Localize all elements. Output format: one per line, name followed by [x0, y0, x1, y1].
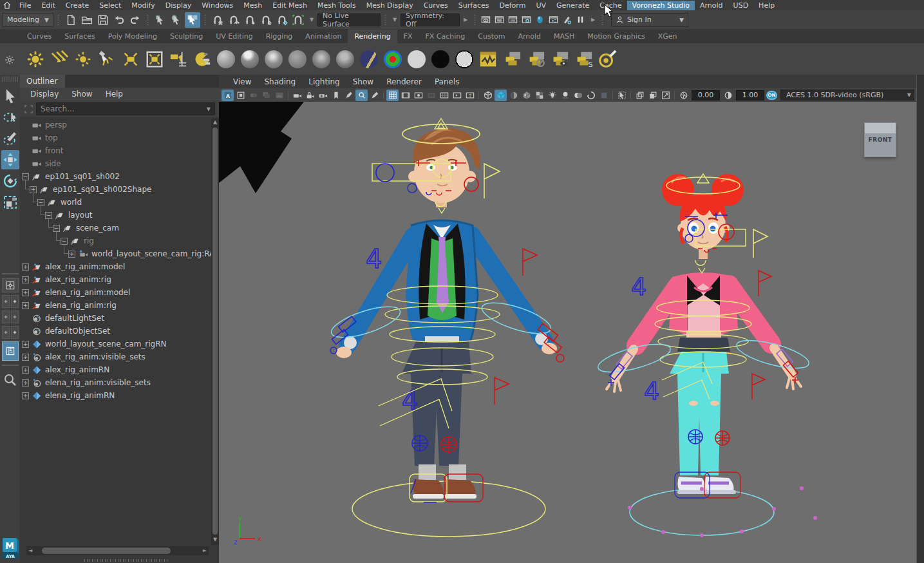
layer-over-icon[interactable]	[646, 90, 659, 101]
menu-modify[interactable]: Modify	[126, 1, 160, 10]
chevron-right-icon[interactable]: ▶	[461, 14, 470, 26]
scroll-right-icon[interactable]: ►	[201, 547, 209, 555]
snap-point-icon[interactable]	[242, 12, 258, 28]
field-chart-icon[interactable]	[438, 90, 450, 101]
grease-pencil-icon[interactable]	[343, 90, 355, 101]
snap-curve-icon[interactable]	[226, 12, 241, 28]
menu-deform[interactable]: Deform	[494, 1, 531, 10]
light-linking-icon[interactable]	[167, 48, 189, 70]
viewport-menu-view[interactable]: View	[227, 76, 258, 88]
select-camera-icon[interactable]	[291, 90, 303, 101]
menu-usd[interactable]: USD	[728, 1, 754, 10]
smooth-shade-icon[interactable]	[495, 90, 507, 101]
frame-icon[interactable]	[234, 90, 247, 101]
toolbar-grip[interactable]	[204, 15, 206, 25]
sign-in-dropdown[interactable]: Sign In ▼	[611, 13, 688, 27]
black-hole-sphere-icon[interactable]	[429, 48, 451, 70]
expand-icon[interactable]: +	[22, 302, 29, 309]
shelf-tab-fx-caching[interactable]: FX Caching	[419, 30, 472, 43]
ramp-sphere-icon[interactable]	[382, 48, 404, 70]
ambient-light-icon[interactable]	[72, 48, 94, 70]
screen-capture-icon[interactable]	[659, 90, 672, 101]
outliner-item-elena-rig-anim-rig[interactable]: +elena_rig_anim:rig	[20, 299, 211, 312]
shadows-icon[interactable]	[559, 90, 571, 101]
menu-mesh[interactable]: Mesh	[238, 1, 267, 10]
stereo-icon[interactable]	[247, 90, 259, 101]
safe-action-icon[interactable]	[451, 90, 463, 101]
render-view-icon[interactable]	[480, 14, 493, 26]
volume-light-icon[interactable]	[144, 48, 165, 70]
menu-display[interactable]: Display	[160, 1, 197, 10]
menu-arnold[interactable]: Arnold	[695, 1, 728, 10]
render-target-icon[interactable]	[596, 48, 618, 70]
shelf-tab-xgen[interactable]: XGen	[652, 30, 684, 43]
standard-surface-sphere-icon[interactable]	[215, 48, 237, 70]
lock-camera-icon[interactable]	[304, 90, 316, 101]
four-view-layout-icon[interactable]	[2, 278, 19, 292]
plugin-shading-icon[interactable]	[598, 90, 610, 101]
safe-title-icon[interactable]: T	[464, 90, 476, 101]
textured-icon[interactable]	[520, 90, 533, 101]
home-icon[interactable]	[0, 1, 14, 10]
viewport-menu-renderer[interactable]: Renderer	[380, 76, 428, 88]
ipr-render-icon[interactable]: IPR	[507, 14, 520, 26]
outliner-item-world-layout-scene-cam-rigrn[interactable]: +world_layout_scene_cam_rigRN	[20, 338, 211, 350]
render-layer-subset-icon[interactable]: S	[572, 48, 594, 70]
scale-tool-icon[interactable]	[1, 193, 19, 212]
snap-projected-center-icon[interactable]	[258, 12, 274, 28]
pencil-icon[interactable]	[368, 90, 381, 101]
redo-icon[interactable]	[127, 12, 143, 28]
anim-a-icon[interactable]: A	[222, 90, 234, 101]
shelf-tab-fx[interactable]: FX	[397, 30, 419, 43]
lights-icon[interactable]	[546, 90, 558, 101]
expand-icon[interactable]: +	[22, 379, 29, 386]
menu-windows[interactable]: Windows	[196, 1, 238, 10]
new-scene-icon[interactable]	[63, 12, 79, 28]
area-light-icon[interactable]	[120, 48, 142, 70]
outliner-vertical-scrollbar[interactable]: ▲ ▼	[211, 119, 219, 545]
render-current-frame-icon[interactable]	[493, 14, 506, 26]
right-panel-divider[interactable]	[916, 75, 924, 563]
expand-icon[interactable]: +	[22, 354, 29, 361]
outliner-menu-help[interactable]: Help	[100, 88, 128, 100]
gate-mask-icon[interactable]	[425, 90, 437, 101]
shade-sphere-icon[interactable]	[507, 90, 520, 101]
chevron-down-icon[interactable]: ▼	[307, 14, 316, 26]
point-light-icon[interactable]	[24, 48, 46, 70]
shelf-tab-rigging[interactable]: Rigging	[259, 30, 299, 43]
character-alex[interactable]: 4 4	[328, 119, 564, 537]
outliner-item-world-layout-scene-cam-rig-ra[interactable]: +world_layout_scene_cam_rig:RA	[20, 247, 211, 260]
outliner-item-alex-rig-anim-rig[interactable]: +alex_rig_anim:rig	[20, 273, 211, 286]
menu-mesh-display[interactable]: Mesh Display	[361, 1, 419, 10]
viewport-menu-shading[interactable]: Shading	[258, 76, 302, 88]
surface-shader-sphere-icon[interactable]	[406, 48, 428, 70]
outliner-item-defaultlightset[interactable]: defaultLightSet	[20, 312, 211, 325]
panel-resize-grip[interactable]	[84, 559, 168, 562]
outliner-item-world[interactable]: −world	[20, 196, 211, 209]
shelf-tab-arnold[interactable]: Arnold	[511, 30, 547, 43]
render-layer-disabled-icon[interactable]	[525, 48, 547, 70]
chevron-down-icon[interactable]: ▼	[390, 14, 399, 26]
render-graph-icon[interactable]	[477, 48, 499, 70]
render-settings-icon[interactable]	[520, 14, 533, 26]
shelf-tab-curves[interactable]: Curves	[21, 30, 58, 43]
save-scene-icon[interactable]	[95, 12, 111, 28]
grid-icon[interactable]	[386, 90, 399, 101]
menu-set-dropdown[interactable]: Modeling ▼	[3, 13, 53, 27]
outliner-item-elena-rig-anim-model[interactable]: +elena_rig_anim:model	[20, 286, 211, 299]
outliner-item-top[interactable]: top	[20, 131, 211, 144]
checker-icon[interactable]	[533, 90, 545, 101]
expand-icon[interactable]: +	[22, 392, 29, 399]
pane-layout-c-icon-1[interactable]	[2, 326, 10, 339]
outliner-horizontal-scrollbar[interactable]: ◄ ►	[26, 546, 209, 555]
outliner-item-persp[interactable]: persp	[20, 119, 211, 131]
menu-curves[interactable]: Curves	[419, 1, 453, 10]
shelf-tab-motion-graphics[interactable]: Motion Graphics	[581, 30, 651, 43]
menu-surfaces[interactable]: Surfaces	[453, 1, 495, 10]
character-elena[interactable]: 4 4	[596, 174, 817, 537]
pane-layout-a-icon-2[interactable]	[11, 295, 19, 308]
outliner-item-defaultobjectset[interactable]: defaultObjectSet	[20, 325, 211, 338]
spot-light-icon[interactable]	[96, 48, 118, 70]
layer-merge-icon[interactable]	[634, 90, 646, 101]
outliner-item-alex-rig-anim-model[interactable]: +alex_rig_anim:model	[20, 260, 211, 273]
